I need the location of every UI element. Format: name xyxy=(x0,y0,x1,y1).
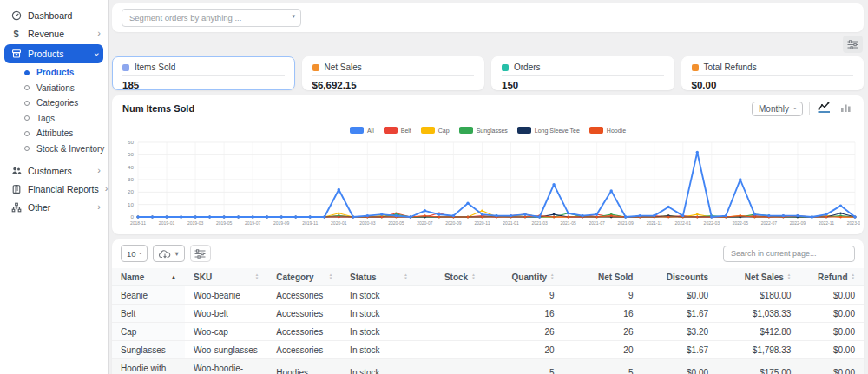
kpi-card-items-sold[interactable]: Items Sold 185 xyxy=(112,56,295,90)
legend-label: Cap xyxy=(438,128,450,134)
sidebar-subitem-label: Categories xyxy=(36,98,78,108)
sort-ascending-icon: ▲ xyxy=(171,274,176,279)
sidebar-subitem-label: Products xyxy=(36,68,74,77)
svg-text:30: 30 xyxy=(128,176,134,182)
sidebar-item-label: Financial Reports xyxy=(28,184,99,194)
legend-swatch-icon xyxy=(384,127,398,134)
sidebar: Dashboard $ Revenue › Products › Product… xyxy=(0,0,108,374)
legend-item[interactable]: Belt xyxy=(384,127,411,134)
topbar: ▾ xyxy=(112,3,864,32)
cell xyxy=(417,286,484,305)
line-chart[interactable]: 01020304050602018-112019-012019-032019-0… xyxy=(117,137,860,234)
column-header-stock[interactable]: Stock▲▼ xyxy=(417,268,484,286)
table-row[interactable]: Hoodie with PocketWoo-hoodie-with-pocket… xyxy=(112,359,864,374)
legend-item[interactable]: All xyxy=(350,127,374,134)
sidebar-subitem-tags[interactable]: Tags xyxy=(0,111,108,127)
svg-text:20: 20 xyxy=(128,188,134,194)
sidebar-item-other[interactable]: Other › xyxy=(0,198,108,216)
kpi-cards: Items Sold 185 Net Sales $6,692.15 Order… xyxy=(112,56,864,90)
kpi-value: $0.00 xyxy=(692,80,854,90)
column-label: Discounts xyxy=(667,272,708,282)
kpi-card-total-refunds[interactable]: Total Refunds $0.00 xyxy=(681,56,865,90)
table-settings-button[interactable] xyxy=(190,245,211,262)
column-header-sku[interactable]: SKU▲▼ xyxy=(185,268,267,286)
sidebar-subitem-attributes[interactable]: Attributes xyxy=(0,126,108,141)
summary-settings-button[interactable] xyxy=(843,36,863,53)
cell: $1.67 xyxy=(641,305,717,323)
column-header-quantity[interactable]: Quantity▲▼ xyxy=(484,268,563,286)
svg-text:2020-09: 2020-09 xyxy=(445,220,462,226)
segment-search: ▾ xyxy=(122,9,301,27)
segment-search-input[interactable] xyxy=(122,9,301,27)
sidebar-subitem-label: Attributes xyxy=(36,128,73,138)
cell: In stock xyxy=(341,323,417,341)
svg-text:2022-09: 2022-09 xyxy=(790,220,806,226)
cell: 5 xyxy=(484,359,563,374)
svg-text:2022-03: 2022-03 xyxy=(704,220,720,226)
cell: 9 xyxy=(484,286,563,305)
column-label: Status xyxy=(350,272,377,282)
kpi-card-net-sales[interactable]: Net Sales $6,692.15 xyxy=(302,56,485,90)
legend-item[interactable]: Cap xyxy=(421,127,450,134)
table-header-row: Name▲SKU▲▼Category▲▼Status▲▼Stock▲▼Quant… xyxy=(112,268,864,286)
svg-text:2018-11: 2018-11 xyxy=(130,220,146,226)
cell: $0.00 xyxy=(641,359,717,374)
sidebar-subitem-variations[interactable]: Variations xyxy=(0,81,108,96)
column-header-net-sales[interactable]: Net Sales▲▼ xyxy=(717,268,799,286)
chevron-down-icon: › xyxy=(93,52,102,56)
table-search-input[interactable] xyxy=(723,246,855,262)
sidebar-item-label: Products xyxy=(28,49,89,59)
cell xyxy=(417,359,484,374)
cell: $0.00 xyxy=(799,323,864,341)
svg-text:2021-11: 2021-11 xyxy=(647,220,662,226)
sidebar-item-customers[interactable]: Customers › xyxy=(0,161,108,180)
legend-item[interactable]: Long Sleeve Tee xyxy=(517,127,580,134)
legend-item[interactable]: Hoodie xyxy=(589,127,626,134)
sort-icon: ▲▼ xyxy=(404,273,407,280)
table-row[interactable]: CapWoo-capAccessoriesIn stock2626$3.20$4… xyxy=(112,323,864,341)
column-label: Category xyxy=(276,272,313,282)
legend-label: Sunglasses xyxy=(477,128,508,134)
page-size-select[interactable]: 10 › xyxy=(121,245,148,262)
svg-text:2021-07: 2021-07 xyxy=(589,220,605,226)
sidebar-subitem-stock-inventory[interactable]: Stock & Inventory xyxy=(0,141,108,157)
cell: Cap xyxy=(112,323,185,341)
main-content: ▾ Items Sold 185 Net Sales $6,692.15 xyxy=(108,0,868,374)
divider xyxy=(809,102,810,115)
interval-select[interactable]: Monthly › xyxy=(752,102,803,116)
sidebar-item-financial-reports[interactable]: Financial Reports › xyxy=(0,180,108,198)
table-row[interactable]: BeanieWoo-beanieAccessoriesIn stock99$0.… xyxy=(112,286,864,305)
sidebar-item-products[interactable]: Products › xyxy=(4,44,103,63)
kpi-swatch xyxy=(312,64,319,71)
sidebar-subitem-products[interactable]: Products xyxy=(0,65,108,81)
bar-chart-toggle-button[interactable] xyxy=(838,102,853,116)
caret-down-icon: ▾ xyxy=(174,249,178,258)
kpi-label: Total Refunds xyxy=(704,62,757,72)
svg-text:2019-11: 2019-11 xyxy=(302,220,318,226)
chevron-down-icon: › xyxy=(136,253,145,255)
export-button[interactable]: ▾ xyxy=(153,245,184,262)
column-header-status[interactable]: Status▲▼ xyxy=(341,268,417,286)
divider xyxy=(312,75,475,76)
sidebar-item-revenue[interactable]: $ Revenue › xyxy=(0,24,108,43)
cell: $1,038.33 xyxy=(717,305,799,323)
column-header-category[interactable]: Category▲▼ xyxy=(267,268,341,286)
cell xyxy=(417,305,484,323)
svg-text:2019-07: 2019-07 xyxy=(245,220,261,226)
cell xyxy=(417,323,484,341)
table-row[interactable]: SunglassesWoo-sunglassesAccessoriesIn st… xyxy=(112,341,864,359)
divider xyxy=(502,75,664,76)
column-header-refund[interactable]: Refund▲▼ xyxy=(799,268,864,286)
column-header-name[interactable]: Name▲ xyxy=(112,268,185,286)
sidebar-subitem-categories[interactable]: Categories xyxy=(0,95,108,111)
svg-text:2023-01: 2023-01 xyxy=(847,220,860,226)
kpi-card-orders[interactable]: Orders 150 xyxy=(491,56,674,90)
line-chart-toggle-button[interactable] xyxy=(816,101,832,116)
cell: 16 xyxy=(563,305,642,323)
legend-label: Hoodie xyxy=(607,128,626,134)
cell: Accessories xyxy=(267,305,341,323)
sidebar-item-dashboard[interactable]: Dashboard xyxy=(0,6,108,24)
table-row[interactable]: BeltWoo-beltAccessoriesIn stock1616$1.67… xyxy=(112,305,864,323)
kpi-value: $6,692.15 xyxy=(312,80,475,90)
legend-item[interactable]: Sunglasses xyxy=(459,127,508,134)
